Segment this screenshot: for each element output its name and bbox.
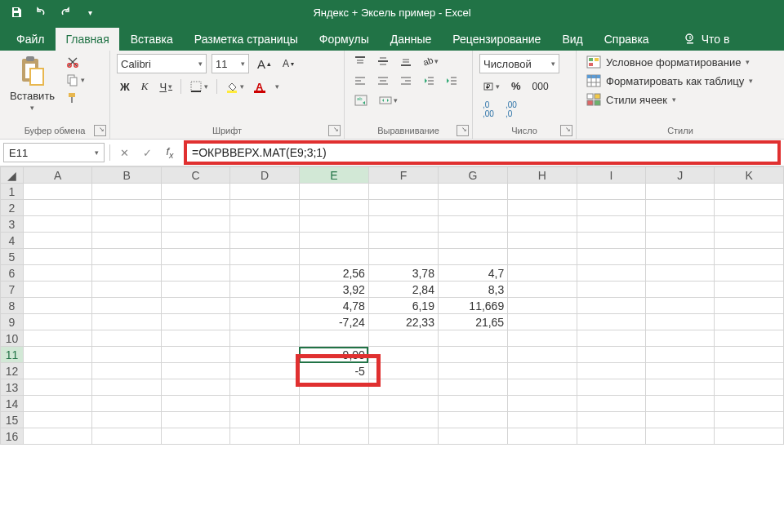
cell-A13[interactable]	[23, 379, 91, 396]
cell-A4[interactable]	[23, 233, 91, 249]
cell-J11[interactable]	[646, 347, 715, 363]
cell-G8[interactable]: 11,669	[438, 298, 507, 314]
cell-H10[interactable]	[508, 330, 577, 347]
cell-C11[interactable]	[161, 347, 230, 363]
undo-button[interactable]	[29, 2, 52, 22]
cell-F9[interactable]: 22,33	[368, 314, 438, 330]
cell-K14[interactable]	[715, 396, 784, 412]
cell-C6[interactable]	[161, 265, 230, 282]
cell-E9[interactable]: -7,24	[299, 314, 368, 330]
cell-J15[interactable]	[646, 412, 715, 428]
cell-J14[interactable]	[646, 396, 715, 412]
cell-D12[interactable]	[230, 363, 300, 379]
cell-F16[interactable]	[368, 428, 438, 445]
row-header-15[interactable]: 15	[1, 412, 24, 428]
cell-C5[interactable]	[161, 249, 230, 265]
cell-A10[interactable]	[23, 330, 91, 347]
cell-C14[interactable]	[161, 396, 230, 412]
cell-A12[interactable]	[23, 363, 91, 379]
copy-button[interactable]: ▾	[63, 72, 88, 88]
col-header-G[interactable]: G	[438, 167, 507, 184]
cell-B13[interactable]	[92, 379, 161, 396]
font-name-input[interactable]: Calibri▾	[117, 54, 207, 73]
tell-me-search[interactable]: Что в	[677, 28, 737, 51]
cell-A9[interactable]	[23, 314, 91, 330]
cell-I7[interactable]	[577, 282, 645, 298]
cell-J1[interactable]	[646, 184, 715, 200]
cell-B2[interactable]	[92, 200, 161, 216]
cell-D9[interactable]	[230, 314, 300, 330]
cell-K3[interactable]	[715, 216, 784, 233]
qat-customize[interactable]: ▾	[78, 2, 101, 22]
row-header-13[interactable]: 13	[1, 379, 24, 396]
cell-K8[interactable]	[715, 298, 784, 314]
row-header-4[interactable]: 4	[1, 233, 24, 249]
cell-E8[interactable]: 4,78	[299, 298, 368, 314]
cell-F2[interactable]	[368, 200, 438, 216]
font-size-input[interactable]: 11▾	[212, 54, 249, 73]
cell-B16[interactable]	[92, 428, 161, 445]
tab-formulas[interactable]: Формулы	[310, 28, 379, 51]
cell-F4[interactable]	[368, 233, 438, 249]
cell-I9[interactable]	[577, 314, 645, 330]
cell-G6[interactable]: 4,7	[438, 265, 507, 282]
cell-I14[interactable]	[577, 396, 645, 412]
tab-review[interactable]: Рецензирование	[443, 28, 550, 51]
cell-J8[interactable]	[646, 298, 715, 314]
cell-J7[interactable]	[646, 282, 715, 298]
cell-I15[interactable]	[577, 412, 645, 428]
cell-H6[interactable]	[508, 265, 577, 282]
cell-I16[interactable]	[577, 428, 645, 445]
cell-I2[interactable]	[577, 200, 645, 216]
cell-H16[interactable]	[508, 428, 577, 445]
cell-E10[interactable]	[299, 330, 368, 347]
italic-button[interactable]: К	[138, 78, 152, 95]
alignment-dialog-launcher[interactable]: ↘	[457, 125, 469, 136]
col-header-H[interactable]: H	[508, 167, 577, 184]
increase-font-button[interactable]: A▴	[254, 55, 274, 73]
row-header-7[interactable]: 7	[1, 282, 24, 298]
cell-J13[interactable]	[646, 379, 715, 396]
cell-F1[interactable]	[368, 184, 438, 200]
cell-D1[interactable]	[230, 184, 300, 200]
cell-K15[interactable]	[715, 412, 784, 428]
tab-page-layout[interactable]: Разметка страницы	[185, 28, 308, 51]
row-header-1[interactable]: 1	[1, 184, 24, 200]
bold-button[interactable]: Ж	[117, 79, 133, 95]
row-header-11[interactable]: 11	[1, 347, 24, 363]
tab-data[interactable]: Данные	[381, 28, 442, 51]
cell-J9[interactable]	[646, 314, 715, 330]
formula-input[interactable]: =ОКРВВЕРХ.МАТ(E9;3;1)	[184, 140, 781, 165]
cell-F5[interactable]	[368, 249, 438, 265]
cell-A2[interactable]	[23, 200, 91, 216]
cell-F10[interactable]	[368, 330, 438, 347]
merge-center-button[interactable]: ▾	[376, 93, 401, 108]
cell-G4[interactable]	[438, 233, 507, 249]
cell-C9[interactable]	[161, 314, 230, 330]
cell-E5[interactable]	[299, 249, 368, 265]
col-header-E[interactable]: E	[299, 167, 368, 184]
cell-E11[interactable]: -9,00	[299, 347, 368, 363]
cell-C12[interactable]	[161, 363, 230, 379]
cell-G2[interactable]	[438, 200, 507, 216]
cell-E1[interactable]	[299, 184, 368, 200]
formula-enter-button[interactable]: ✓	[138, 147, 156, 159]
cut-button[interactable]	[63, 54, 88, 70]
cell-I13[interactable]	[577, 379, 645, 396]
conditional-formatting-button[interactable]: Условное форматирование▾	[583, 54, 777, 70]
cell-K7[interactable]	[715, 282, 784, 298]
save-button[interactable]	[5, 2, 28, 22]
cell-K12[interactable]	[715, 363, 784, 379]
row-header-12[interactable]: 12	[1, 363, 24, 379]
cell-B4[interactable]	[92, 233, 161, 249]
cell-A7[interactable]	[23, 282, 91, 298]
cell-F8[interactable]: 6,19	[368, 298, 438, 314]
col-header-J[interactable]: J	[646, 167, 715, 184]
cell-H1[interactable]	[508, 184, 577, 200]
cell-K2[interactable]	[715, 200, 784, 216]
cell-G12[interactable]	[438, 363, 507, 379]
cell-B9[interactable]	[92, 314, 161, 330]
orientation-button[interactable]: ab▾	[420, 55, 442, 68]
cell-A11[interactable]	[23, 347, 91, 363]
cell-G3[interactable]	[438, 216, 507, 233]
